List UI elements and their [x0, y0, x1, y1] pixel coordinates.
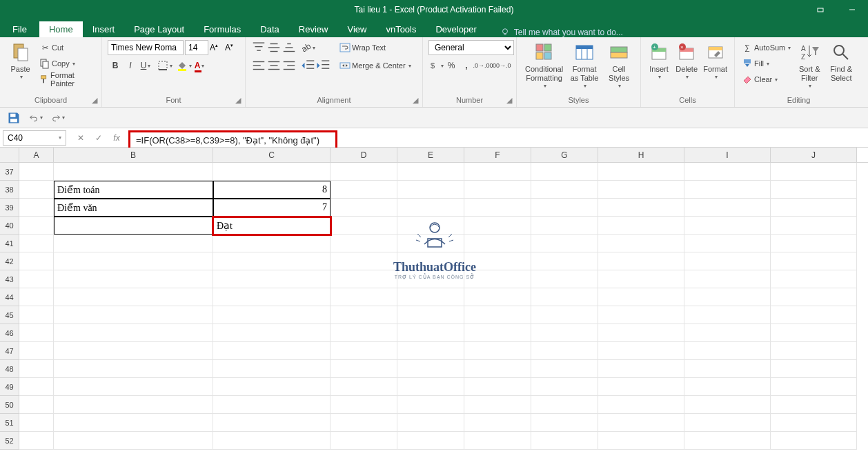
cancel-formula-icon[interactable]: ✕ — [72, 130, 90, 146]
cell[interactable] — [598, 199, 684, 217]
cell[interactable] — [19, 288, 54, 306]
cell[interactable] — [331, 396, 397, 414]
cell[interactable] — [464, 199, 531, 217]
minimize-icon[interactable] — [836, 0, 868, 19]
cell[interactable] — [598, 181, 684, 199]
cell[interactable] — [771, 217, 857, 235]
cell[interactable] — [213, 235, 331, 252]
delete-cells-button[interactable]: ×Delete▾ — [674, 40, 699, 82]
cell[interactable] — [464, 181, 531, 199]
cell[interactable] — [771, 396, 857, 414]
cell[interactable] — [54, 217, 213, 235]
fill-button[interactable]: Fill▾ — [740, 56, 792, 71]
cell[interactable] — [397, 324, 464, 342]
cell[interactable]: Điểm toán — [54, 181, 213, 199]
cell[interactable] — [531, 288, 598, 306]
tab-vntools[interactable]: vnTools — [376, 21, 426, 37]
cell[interactable] — [331, 163, 397, 181]
row-header[interactable]: 44 — [0, 288, 19, 306]
cell[interactable] — [464, 163, 531, 181]
cell[interactable] — [598, 306, 684, 324]
cell[interactable] — [331, 414, 397, 432]
italic-button[interactable]: I — [123, 58, 138, 73]
tab-view[interactable]: View — [337, 21, 376, 37]
cell[interactable] — [531, 360, 598, 378]
cell[interactable] — [331, 252, 397, 270]
cell[interactable] — [19, 199, 54, 217]
cell[interactable] — [684, 217, 771, 235]
find-select-button[interactable]: Find & Select — [827, 40, 856, 84]
cell[interactable] — [331, 360, 397, 378]
cell[interactable] — [771, 414, 857, 432]
cell[interactable]: Điểm văn — [54, 199, 213, 217]
tab-file[interactable]: File — [0, 21, 39, 37]
cell[interactable] — [684, 360, 771, 378]
cell[interactable] — [771, 360, 857, 378]
cell[interactable] — [331, 432, 397, 450]
dialog-launcher-icon[interactable]: ◢ — [505, 96, 513, 104]
cell[interactable] — [771, 252, 857, 270]
insert-function-icon[interactable]: fx — [108, 130, 126, 146]
cell[interactable] — [54, 432, 213, 450]
cell[interactable] — [213, 163, 331, 181]
cell[interactable] — [684, 270, 771, 288]
format-cells-button[interactable]: Format▾ — [702, 40, 729, 82]
col-header[interactable]: F — [464, 148, 531, 162]
cell[interactable] — [684, 396, 771, 414]
cell[interactable] — [464, 432, 531, 450]
row-header[interactable]: 42 — [0, 252, 19, 270]
cell[interactable] — [531, 270, 598, 288]
cell[interactable] — [19, 396, 54, 414]
cell[interactable] — [598, 163, 684, 181]
cell[interactable] — [684, 163, 771, 181]
cell[interactable] — [19, 270, 54, 288]
cell[interactable] — [598, 217, 684, 235]
cell[interactable] — [331, 324, 397, 342]
tab-review[interactable]: Review — [289, 21, 338, 37]
cell[interactable] — [54, 342, 213, 360]
cell[interactable] — [464, 288, 531, 306]
row-header[interactable]: 40 — [0, 217, 19, 235]
cell[interactable] — [771, 270, 857, 288]
cell[interactable] — [54, 414, 213, 432]
align-center-icon[interactable] — [266, 58, 282, 73]
cell[interactable] — [54, 288, 213, 306]
cell[interactable] — [771, 235, 857, 252]
cell[interactable] — [531, 378, 598, 396]
cell[interactable] — [331, 181, 397, 199]
cell[interactable] — [19, 252, 54, 270]
sort-filter-button[interactable]: AZSort & Filter▾ — [795, 40, 824, 91]
cell[interactable] — [397, 378, 464, 396]
copy-button[interactable]: Copy▾ — [38, 56, 96, 71]
enter-formula-icon[interactable]: ✓ — [90, 130, 108, 146]
row-header[interactable]: 38 — [0, 181, 19, 199]
row-header[interactable]: 47 — [0, 342, 19, 360]
cell[interactable] — [54, 306, 213, 324]
cut-button[interactable]: ✂Cut — [38, 40, 96, 55]
cell[interactable] — [54, 360, 213, 378]
cell[interactable]: 8 — [213, 181, 331, 199]
cell[interactable] — [598, 342, 684, 360]
increase-decimal-icon[interactable]: .0→.00 — [474, 58, 492, 73]
cell[interactable]: Đạt — [213, 217, 331, 235]
align-middle-icon[interactable] — [266, 40, 282, 55]
cell[interactable] — [397, 163, 464, 181]
cell[interactable] — [213, 252, 331, 270]
cell[interactable] — [397, 306, 464, 324]
cell[interactable] — [598, 414, 684, 432]
increase-font-icon[interactable]: A▴ — [210, 43, 224, 52]
cell[interactable] — [684, 199, 771, 217]
cell[interactable] — [771, 324, 857, 342]
cell[interactable] — [531, 217, 598, 235]
cell[interactable] — [19, 378, 54, 396]
cell[interactable] — [331, 342, 397, 360]
cell[interactable] — [19, 414, 54, 432]
cell[interactable] — [397, 181, 464, 199]
align-top-icon[interactable] — [251, 40, 266, 55]
cell[interactable] — [19, 181, 54, 199]
cell[interactable] — [213, 360, 331, 378]
cell[interactable] — [54, 324, 213, 342]
cell[interactable] — [19, 235, 54, 252]
dialog-launcher-icon[interactable]: ◢ — [411, 96, 420, 104]
cell[interactable] — [54, 378, 213, 396]
